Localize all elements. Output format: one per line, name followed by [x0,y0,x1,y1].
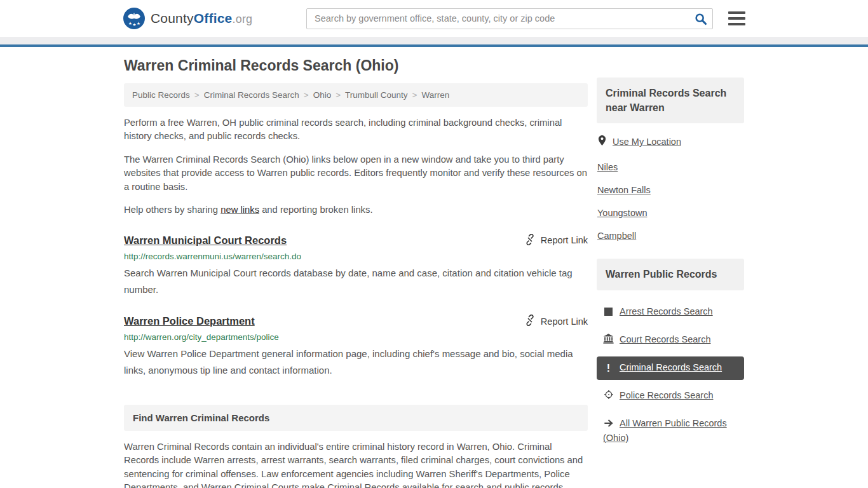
sidebar-public-records-heading: Warren Public Records [597,259,744,290]
record-description: Search Warren Municipal Court records da… [124,265,588,299]
sidebar-near-heading: Criminal Records Search near Warren [597,78,744,123]
record-entry: Warren Police Department Report Link htt… [124,315,588,379]
sidebar-item-arrest-records[interactable]: Arrest Records Search [597,301,744,324]
search-input[interactable] [306,8,713,29]
svg-text:★: ★ [137,21,140,25]
record-description: View Warren Police Department general in… [124,346,588,379]
site-logo[interactable]: ★ ★ ★ CountyOffice.org [123,7,252,30]
breadcrumb-separator: > [194,90,200,100]
record-entry: Warren Municipal Court Records Report Li… [124,234,588,299]
record-url[interactable]: http://records.warrenmuni.us/warren/sear… [124,252,301,261]
main-content: Warren Criminal Records Search (Ohio) Pu… [124,47,588,488]
breadcrumb-warren[interactable]: Warren [422,90,450,100]
breadcrumb-ohio[interactable]: Ohio [313,90,332,100]
countyoffice-eagle-icon: ★ ★ ★ [123,7,146,30]
svg-text:★: ★ [133,22,137,27]
square-icon [603,306,614,320]
logo-wordmark: CountyOffice.org [151,11,252,26]
breadcrumb-criminal-records-search[interactable]: Criminal Records Search [204,90,299,100]
help-paragraph: Help others by sharing new links and rep… [124,203,588,217]
broken-link-icon [524,234,536,247]
sidebar-item-all-public-records[interactable]: All Warren Public Records (Ohio) [597,412,744,449]
broken-link-icon [524,315,536,328]
new-links-link[interactable]: new links [220,205,259,215]
find-records-section-header: Find Warren Criminal Records [124,405,588,431]
report-link-label: Report Link [541,235,588,245]
crosshair-icon [603,390,614,403]
report-link[interactable]: Report Link [524,315,588,328]
arrow-right-icon [603,418,614,431]
intro-paragraph-2: The Warren Criminal Records Search (Ohio… [124,153,588,194]
help-suffix: and reporting broken links. [259,205,373,215]
sidebar-city-niles[interactable]: Niles [597,162,744,172]
help-prefix: Help others by sharing [124,205,220,215]
breadcrumb-public-records[interactable]: Public Records [132,90,190,100]
record-url[interactable]: http://warren.org/city_departments/polic… [124,332,279,342]
report-link-label: Report Link [541,316,588,327]
sidebar-city-youngstown[interactable]: Youngstown [597,208,744,218]
intro-paragraph-1: Perform a free Warren, OH public crimina… [124,116,588,144]
report-link[interactable]: Report Link [524,234,588,247]
breadcrumb-trumbull-county[interactable]: Trumbull County [345,90,408,100]
sidebar-item-court-records[interactable]: Court Records Search [597,329,744,352]
sidebar-city-newton-falls[interactable]: Newton Falls [597,185,744,195]
location-pin-icon [597,135,607,148]
svg-text:★: ★ [128,21,132,25]
exclamation-icon: ! [603,361,614,376]
sidebar-city-campbell[interactable]: Campbell [597,231,744,241]
breadcrumb-separator: > [412,90,417,100]
courthouse-icon [603,334,614,348]
find-records-body: Warren Criminal Records contain an indiv… [124,440,588,488]
sidebar-item-criminal-records[interactable]: !Criminal Records Search [597,356,744,380]
breadcrumb-separator: > [304,90,309,100]
use-my-location-label: Use My Location [613,137,681,147]
site-header: ★ ★ ★ CountyOffice.org [0,0,868,37]
use-my-location-link[interactable]: Use My Location [597,133,744,149]
breadcrumb: Public Records>Criminal Records Search>O… [124,83,588,107]
record-title-link[interactable]: Warren Municipal Court Records [124,234,287,247]
header-strip [0,37,868,44]
menu-icon[interactable] [728,8,745,29]
breadcrumb-separator: > [336,90,341,100]
sidebar: Criminal Records Search near Warren Use … [597,47,744,454]
search-icon[interactable] [693,11,709,27]
sidebar-item-police-records[interactable]: Police Records Search [597,384,744,408]
page-title: Warren Criminal Records Search (Ohio) [124,57,588,74]
record-title-link[interactable]: Warren Police Department [124,315,255,327]
